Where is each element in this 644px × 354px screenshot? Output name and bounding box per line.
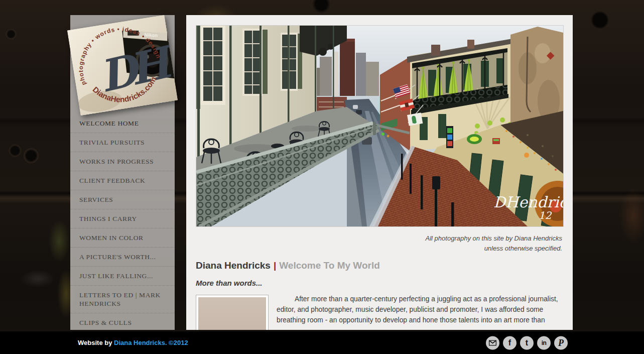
logo-image: Nikon photography • words • ideas • desi… — [67, 15, 178, 116]
page-title: Diana Hendricks|Welcome To My World — [196, 260, 573, 271]
nav-item-just-like-falling[interactable]: JUST LIKE FALLING... — [70, 267, 175, 286]
pinterest-icon[interactable]: P — [554, 336, 568, 349]
photo-watermark-signature: DHendricks — [493, 193, 564, 211]
credit-link[interactable]: Diana Hendricks. ©2012 — [114, 339, 188, 346]
footer: Website by Diana Hendricks. ©2012 f t in… — [0, 331, 644, 354]
photo-credit-line2: unless otherwise specified. — [186, 244, 562, 254]
page-title-separator: | — [271, 260, 279, 271]
facebook-icon[interactable]: f — [503, 336, 517, 349]
main-nav: WELCOME HOME TRIVIAL PURSUITS WORKS IN P… — [70, 114, 175, 332]
twitter-icon[interactable]: t — [520, 336, 534, 349]
nav-item-works-in-progress[interactable]: WORKS IN PROGRESS — [70, 152, 175, 171]
lantern — [524, 153, 529, 158]
linkedin-icon[interactable]: in — [537, 336, 551, 349]
nav-item-welcome-home[interactable]: WELCOME HOME — [70, 114, 175, 133]
content-panel: DHendricks 12 All photography on this si… — [186, 15, 573, 330]
sidebar: Nikon photography • words • ideas • desi… — [70, 15, 175, 330]
hero-street-photo: DHendricks 12 — [196, 25, 564, 227]
nav-item-clips-and-culls[interactable]: CLIPS & CULLS — [70, 313, 175, 332]
photo-credit: All photography on this site by Diana He… — [186, 233, 562, 254]
nav-item-a-pictures-worth[interactable]: A PICTURE'S WORTH... — [70, 248, 175, 267]
nav-item-services[interactable]: SERVICES — [70, 190, 175, 209]
photo-credit-line1: All photography on this site by Diana He… — [186, 233, 562, 244]
site-logo[interactable]: Nikon photography • words • ideas • desi… — [67, 15, 178, 116]
email-icon[interactable] — [486, 336, 499, 349]
nav-item-letters-to-ed[interactable]: LETTERS TO ED | MARK HENDRICKS — [70, 286, 175, 313]
page-title-name: Diana Hendricks — [196, 260, 271, 271]
bio-section: After more than a quarter-century perfec… — [196, 294, 563, 330]
credit-prefix: Website by — [78, 339, 112, 346]
nav-item-women-in-color[interactable]: WOMEN IN COLOR — [70, 228, 175, 248]
nav-item-trivial-pursuits[interactable]: TRIVIAL PURSUITS — [70, 133, 175, 152]
intro-heading: More than words... — [196, 279, 573, 287]
envelope-glyph — [489, 340, 496, 345]
nav-item-client-feedback[interactable]: CLIENT FEEDBACK — [70, 171, 175, 190]
page-title-subtitle: Welcome To My World — [279, 260, 380, 271]
photo-watermark-year: 12 — [539, 209, 552, 221]
author-portrait-photo — [198, 297, 266, 330]
social-links: f t in P — [486, 336, 568, 349]
nav-item-things-i-carry[interactable]: THINGS I CARRY — [70, 209, 175, 228]
site-credit: Website by Diana Hendricks. ©2012 — [78, 331, 188, 354]
author-portrait — [196, 295, 269, 330]
